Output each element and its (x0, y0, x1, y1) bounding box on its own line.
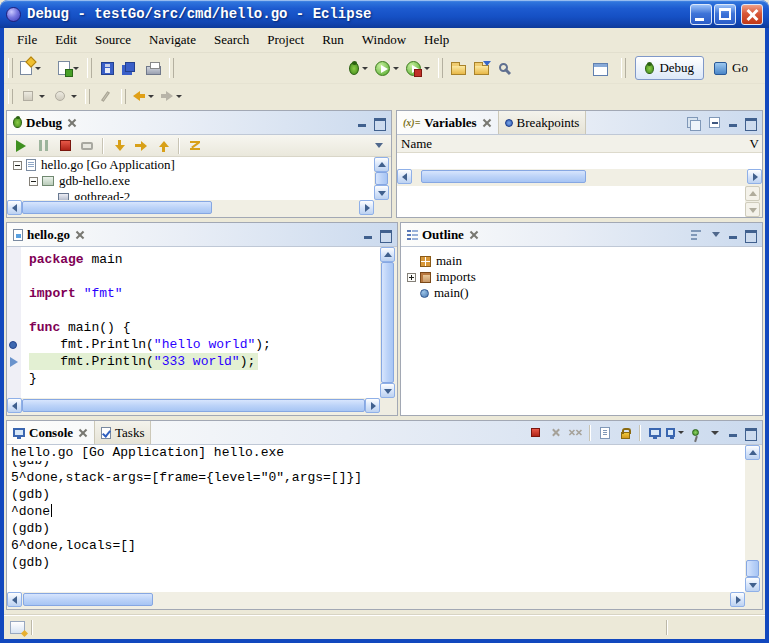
breakpoints-tab[interactable]: Breakpoints (498, 111, 587, 134)
view-menu-icon[interactable] (375, 143, 383, 148)
scroll-right-button[interactable] (359, 200, 374, 215)
code-line[interactable]: import "fmt" (29, 285, 380, 302)
menu-navigate[interactable]: Navigate (140, 29, 205, 51)
dropdown-arrow-icon[interactable] (73, 67, 79, 70)
tasks-tab[interactable]: Tasks (94, 421, 151, 444)
menu-source[interactable]: Source (86, 29, 140, 51)
scroll-up-button[interactable] (380, 247, 395, 262)
toolbar-grip[interactable] (438, 58, 443, 78)
outline-item[interactable]: main (407, 253, 762, 269)
show-logical-structure-button[interactable] (682, 114, 702, 132)
scroll-left-button[interactable] (397, 169, 412, 184)
dropdown-arrow-icon[interactable] (362, 67, 368, 70)
toolbar-grip[interactable] (121, 89, 126, 104)
expander-icon[interactable] (407, 273, 416, 282)
variables-tab[interactable]: (x)= Variables (397, 111, 498, 134)
run-button[interactable] (372, 56, 402, 80)
scroll-down-button[interactable] (745, 577, 760, 592)
scrollbar-thumb[interactable] (381, 262, 394, 383)
menu-run[interactable]: Run (313, 29, 353, 51)
debug-view-tab[interactable]: Debug (7, 111, 83, 134)
code-line[interactable]: fmt.Println("333 world"); (29, 353, 380, 370)
code-line[interactable]: fmt.Println("hello world"); (29, 336, 380, 353)
sort-button[interactable] (686, 226, 706, 244)
scroll-left-button[interactable] (7, 398, 22, 413)
variables-tree[interactable] (397, 153, 762, 169)
console-tab[interactable]: Console (7, 421, 94, 444)
window-maximize-button[interactable] (714, 4, 736, 25)
open-console-button[interactable] (666, 425, 684, 441)
scroll-right-button[interactable] (747, 169, 762, 184)
import-folder-button[interactable] (470, 56, 492, 80)
editor-tab-hello-go[interactable]: hello.go (7, 223, 91, 246)
scrollbar-thumb[interactable] (22, 201, 212, 214)
toolbar-grip[interactable] (87, 58, 92, 78)
variables-detail-pane[interactable] (397, 186, 745, 217)
close-icon[interactable] (66, 117, 77, 128)
code-line[interactable] (29, 268, 380, 285)
collapse-all-button[interactable] (704, 114, 724, 132)
toolbar-grip[interactable] (621, 58, 626, 78)
minimize-view-icon[interactable] (361, 228, 376, 242)
menu-edit[interactable]: Edit (46, 29, 86, 51)
code-line[interactable] (29, 302, 380, 319)
menu-help[interactable]: Help (415, 29, 458, 51)
outline-item[interactable]: main() (407, 285, 762, 301)
expander-icon[interactable] (29, 177, 38, 186)
toolbar-grip[interactable] (169, 58, 174, 78)
maximize-view-icon[interactable] (378, 228, 393, 242)
scroll-up-button[interactable] (374, 157, 389, 172)
scrollbar-thumb[interactable] (746, 560, 759, 577)
code-line[interactable]: func main() { (29, 319, 380, 336)
dropdown-arrow-icon[interactable] (678, 431, 684, 434)
open-folder-button[interactable] (447, 56, 469, 80)
terminate-button[interactable] (526, 425, 544, 441)
editor-gutter[interactable] (7, 247, 21, 398)
expander-icon[interactable] (13, 161, 22, 170)
minimize-view-icon[interactable] (726, 116, 741, 130)
dropdown-arrow-icon[interactable] (424, 67, 430, 70)
code-line[interactable]: package main (29, 251, 380, 268)
console-view-menu-button[interactable] (706, 425, 724, 441)
console-horizontal-scrollbar[interactable] (7, 592, 745, 609)
debug-tree-item[interactable]: gothread-2 (7, 189, 374, 200)
save-button[interactable] (96, 56, 118, 80)
scrollbar-thumb[interactable] (421, 170, 586, 183)
step-into-button[interactable] (109, 137, 129, 155)
window-minimize-button[interactable] (690, 4, 712, 25)
minimize-view-icon[interactable] (355, 116, 370, 130)
pin-console-button[interactable] (686, 425, 704, 441)
debug-horizontal-scrollbar[interactable] (7, 200, 374, 217)
open-perspective-button[interactable] (589, 56, 611, 80)
console-output[interactable]: (gdb)5^done,stack-args=[frame={level="0"… (7, 461, 745, 592)
debug-tree-item[interactable]: hello.go [Go Application] (7, 157, 374, 173)
step-filters-button[interactable] (185, 137, 205, 155)
back-button[interactable] (130, 84, 157, 108)
minimize-view-icon[interactable] (726, 426, 741, 440)
close-icon[interactable] (74, 229, 85, 240)
menu-window[interactable]: Window (353, 29, 415, 51)
variables-horizontal-scrollbar[interactable] (397, 169, 762, 186)
fast-view-icon[interactable] (10, 621, 25, 634)
dropdown-arrow-icon[interactable] (393, 67, 399, 70)
scroll-up-button[interactable] (745, 445, 760, 460)
perspective-go-button[interactable]: Go (709, 57, 753, 79)
dropdown-arrow-icon[interactable] (35, 67, 41, 70)
close-icon[interactable] (481, 117, 492, 128)
step-return-button[interactable] (153, 137, 173, 155)
editor-text-area[interactable]: package main import "fmt" func main() { … (21, 247, 380, 398)
outline-tab[interactable]: Outline (401, 223, 485, 246)
run-history-button[interactable] (403, 56, 433, 80)
print-button[interactable] (142, 56, 164, 80)
maximize-view-icon[interactable] (372, 116, 387, 130)
scroll-left-button[interactable] (7, 200, 22, 215)
scroll-lock-button[interactable] (616, 425, 634, 441)
close-icon[interactable] (77, 427, 88, 438)
window-close-button[interactable] (741, 4, 763, 25)
scroll-right-button[interactable] (730, 592, 745, 607)
display-selected-console-button[interactable] (646, 425, 664, 441)
search-button[interactable] (493, 56, 515, 80)
menu-file[interactable]: File (8, 29, 46, 51)
minimize-view-icon[interactable] (726, 228, 741, 242)
outline-item[interactable]: imports (407, 269, 762, 285)
